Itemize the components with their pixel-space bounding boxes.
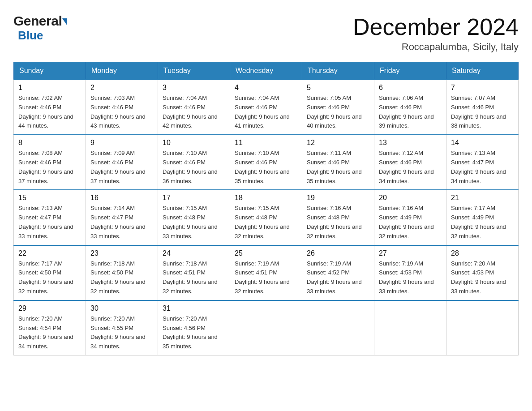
day-info: Sunrise: 7:07 AM Sunset: 4:46 PM Dayligh…	[451, 94, 514, 131]
day-number: 8	[18, 139, 81, 147]
day-info: Sunrise: 7:20 AM Sunset: 4:54 PM Dayligh…	[18, 314, 81, 351]
day-number: 6	[379, 84, 442, 92]
day-info: Sunrise: 7:06 AM Sunset: 4:46 PM Dayligh…	[379, 94, 442, 131]
day-number: 20	[379, 194, 442, 202]
day-info: Sunrise: 7:11 AM Sunset: 4:46 PM Dayligh…	[307, 149, 369, 186]
header-thursday: Thursday	[302, 62, 374, 80]
header-wednesday: Wednesday	[230, 62, 302, 80]
table-row: 15 Sunrise: 7:13 AM Sunset: 4:47 PM Dayl…	[14, 190, 86, 245]
header-friday: Friday	[374, 62, 446, 80]
calendar-week-5: 29 Sunrise: 7:20 AM Sunset: 4:54 PM Dayl…	[14, 300, 519, 355]
day-number: 24	[163, 249, 225, 257]
table-row: 6 Sunrise: 7:06 AM Sunset: 4:46 PM Dayli…	[374, 80, 446, 135]
page-header: General Blue December 2024 Roccapalumba,…	[9, 9, 523, 53]
table-row: 4 Sunrise: 7:04 AM Sunset: 4:46 PM Dayli…	[230, 80, 302, 135]
table-row: 3 Sunrise: 7:04 AM Sunset: 4:46 PM Dayli…	[158, 80, 230, 135]
day-info: Sunrise: 7:18 AM Sunset: 4:50 PM Dayligh…	[90, 259, 153, 296]
day-info: Sunrise: 7:16 AM Sunset: 4:48 PM Dayligh…	[307, 204, 369, 241]
day-info: Sunrise: 7:13 AM Sunset: 4:47 PM Dayligh…	[18, 204, 81, 241]
table-row: 18 Sunrise: 7:15 AM Sunset: 4:48 PM Dayl…	[230, 190, 302, 245]
day-number: 30	[90, 304, 153, 313]
day-number: 7	[451, 84, 514, 92]
day-info: Sunrise: 7:19 AM Sunset: 4:53 PM Dayligh…	[379, 259, 442, 296]
day-number: 21	[451, 194, 514, 202]
day-info: Sunrise: 7:20 AM Sunset: 4:55 PM Dayligh…	[90, 314, 153, 351]
table-row: 26 Sunrise: 7:19 AM Sunset: 4:52 PM Dayl…	[302, 245, 374, 300]
table-row: 22 Sunrise: 7:17 AM Sunset: 4:50 PM Dayl…	[14, 245, 86, 300]
calendar-week-1: 1 Sunrise: 7:02 AM Sunset: 4:46 PM Dayli…	[14, 80, 519, 135]
table-row: 20 Sunrise: 7:16 AM Sunset: 4:49 PM Dayl…	[374, 190, 446, 245]
table-row: 13 Sunrise: 7:12 AM Sunset: 4:46 PM Dayl…	[374, 135, 446, 190]
day-number: 11	[235, 139, 297, 147]
table-row: 28 Sunrise: 7:20 AM Sunset: 4:53 PM Dayl…	[446, 245, 519, 300]
calendar-header-row: Sunday Monday Tuesday Wednesday Thursday…	[14, 62, 519, 80]
table-row: 27 Sunrise: 7:19 AM Sunset: 4:53 PM Dayl…	[374, 245, 446, 300]
day-number: 5	[307, 84, 369, 92]
day-info: Sunrise: 7:19 AM Sunset: 4:52 PM Dayligh…	[307, 259, 369, 296]
day-info: Sunrise: 7:13 AM Sunset: 4:47 PM Dayligh…	[451, 149, 514, 186]
day-info: Sunrise: 7:17 AM Sunset: 4:50 PM Dayligh…	[18, 259, 81, 296]
logo-general-text: General	[13, 13, 62, 29]
table-row	[374, 300, 446, 355]
table-row: 21 Sunrise: 7:17 AM Sunset: 4:49 PM Dayl…	[446, 190, 519, 245]
table-row: 29 Sunrise: 7:20 AM Sunset: 4:54 PM Dayl…	[14, 300, 86, 355]
day-info: Sunrise: 7:17 AM Sunset: 4:49 PM Dayligh…	[451, 204, 514, 241]
table-row: 23 Sunrise: 7:18 AM Sunset: 4:50 PM Dayl…	[86, 245, 158, 300]
day-number: 10	[163, 139, 225, 147]
day-number: 17	[163, 194, 225, 202]
month-title: December 2024	[353, 13, 519, 40]
table-row: 1 Sunrise: 7:02 AM Sunset: 4:46 PM Dayli…	[14, 80, 86, 135]
logo-blue-text: Blue	[18, 29, 43, 42]
day-info: Sunrise: 7:02 AM Sunset: 4:46 PM Dayligh…	[18, 94, 81, 131]
table-row: 14 Sunrise: 7:13 AM Sunset: 4:47 PM Dayl…	[446, 135, 519, 190]
calendar-week-3: 15 Sunrise: 7:13 AM Sunset: 4:47 PM Dayl…	[14, 190, 519, 245]
day-info: Sunrise: 7:14 AM Sunset: 4:47 PM Dayligh…	[90, 204, 153, 241]
calendar-table: Sunday Monday Tuesday Wednesday Thursday…	[13, 62, 519, 355]
day-info: Sunrise: 7:03 AM Sunset: 4:46 PM Dayligh…	[90, 94, 153, 131]
day-number: 16	[90, 194, 153, 202]
day-number: 19	[307, 194, 369, 202]
day-number: 13	[379, 139, 442, 147]
table-row: 11 Sunrise: 7:10 AM Sunset: 4:46 PM Dayl…	[230, 135, 302, 190]
header-tuesday: Tuesday	[158, 62, 230, 80]
day-info: Sunrise: 7:10 AM Sunset: 4:46 PM Dayligh…	[235, 149, 297, 186]
day-info: Sunrise: 7:18 AM Sunset: 4:51 PM Dayligh…	[163, 259, 225, 296]
table-row: 16 Sunrise: 7:14 AM Sunset: 4:47 PM Dayl…	[86, 190, 158, 245]
table-row: 30 Sunrise: 7:20 AM Sunset: 4:55 PM Dayl…	[86, 300, 158, 355]
table-row: 8 Sunrise: 7:08 AM Sunset: 4:46 PM Dayli…	[14, 135, 86, 190]
header-sunday: Sunday	[14, 62, 86, 80]
day-number: 29	[18, 304, 81, 313]
day-number: 22	[18, 249, 81, 257]
day-number: 4	[235, 84, 297, 92]
table-row: 9 Sunrise: 7:09 AM Sunset: 4:46 PM Dayli…	[86, 135, 158, 190]
day-number: 3	[163, 84, 225, 92]
day-info: Sunrise: 7:10 AM Sunset: 4:46 PM Dayligh…	[163, 149, 225, 186]
table-row: 7 Sunrise: 7:07 AM Sunset: 4:46 PM Dayli…	[446, 80, 519, 135]
day-number: 26	[307, 249, 369, 257]
day-number: 25	[235, 249, 297, 257]
table-row: 25 Sunrise: 7:19 AM Sunset: 4:51 PM Dayl…	[230, 245, 302, 300]
table-row: 31 Sunrise: 7:20 AM Sunset: 4:56 PM Dayl…	[158, 300, 230, 355]
table-row: 10 Sunrise: 7:10 AM Sunset: 4:46 PM Dayl…	[158, 135, 230, 190]
day-info: Sunrise: 7:04 AM Sunset: 4:46 PM Dayligh…	[163, 94, 225, 131]
title-block: December 2024 Roccapalumba, Sicily, Ital…	[353, 13, 519, 53]
table-row: 12 Sunrise: 7:11 AM Sunset: 4:46 PM Dayl…	[302, 135, 374, 190]
day-number: 15	[18, 194, 81, 202]
day-info: Sunrise: 7:05 AM Sunset: 4:46 PM Dayligh…	[307, 94, 369, 131]
day-number: 31	[163, 304, 225, 313]
table-row: 5 Sunrise: 7:05 AM Sunset: 4:46 PM Dayli…	[302, 80, 374, 135]
header-saturday: Saturday	[446, 62, 519, 80]
location-title: Roccapalumba, Sicily, Italy	[353, 41, 519, 53]
table-row: 17 Sunrise: 7:15 AM Sunset: 4:48 PM Dayl…	[158, 190, 230, 245]
day-info: Sunrise: 7:15 AM Sunset: 4:48 PM Dayligh…	[163, 204, 225, 241]
day-number: 1	[18, 84, 81, 92]
logo: General Blue	[13, 13, 67, 43]
day-info: Sunrise: 7:19 AM Sunset: 4:51 PM Dayligh…	[235, 259, 297, 296]
table-row	[230, 300, 302, 355]
day-number: 28	[451, 249, 514, 257]
table-row	[302, 300, 374, 355]
table-row: 2 Sunrise: 7:03 AM Sunset: 4:46 PM Dayli…	[86, 80, 158, 135]
calendar-week-2: 8 Sunrise: 7:08 AM Sunset: 4:46 PM Dayli…	[14, 135, 519, 190]
day-number: 12	[307, 139, 369, 147]
day-info: Sunrise: 7:16 AM Sunset: 4:49 PM Dayligh…	[379, 204, 442, 241]
